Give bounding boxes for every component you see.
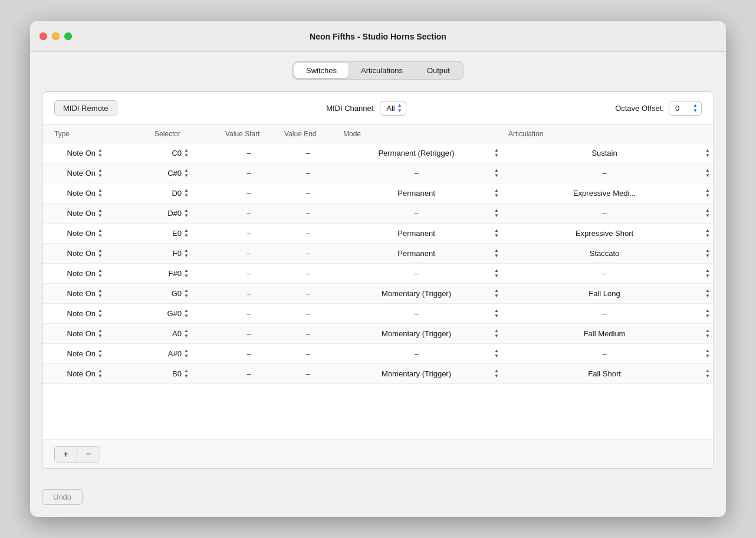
stepper-icon[interactable]: ▲▼ bbox=[494, 329, 499, 339]
stepper-icon[interactable]: ▲▼ bbox=[494, 188, 499, 198]
table-row[interactable]: Note On ▲▼ G#0 ▲▼ – – – ▲▼ – ▲▼ bbox=[42, 304, 714, 324]
octave-offset-input[interactable]: 0 ▲ ▼ bbox=[669, 101, 702, 116]
stepper-icon[interactable]: ▲▼ bbox=[98, 208, 103, 218]
table-row[interactable]: Note On ▲▼ C#0 ▲▼ – – – ▲▼ – ▲▼ bbox=[42, 163, 714, 183]
stepper-icon[interactable]: ▲▼ bbox=[705, 168, 710, 178]
tab-articulations[interactable]: Articulations bbox=[349, 63, 415, 78]
cell-value-end: – bbox=[278, 244, 337, 264]
tab-output[interactable]: Output bbox=[415, 63, 462, 78]
stepper-icon[interactable]: ▲▼ bbox=[705, 188, 710, 198]
stepper-icon[interactable]: ▲▼ bbox=[184, 168, 189, 178]
stepper-icon[interactable]: ▲▼ bbox=[705, 228, 710, 238]
col-header-articulation: Articulation bbox=[502, 125, 714, 143]
stepper-icon[interactable]: ▲▼ bbox=[494, 168, 499, 178]
stepper-icon[interactable]: ▲▼ bbox=[98, 268, 103, 278]
cell-type: Note On ▲▼ bbox=[42, 284, 149, 304]
undo-button[interactable]: Undo bbox=[42, 489, 83, 505]
cell-selector: F#0 ▲▼ bbox=[149, 264, 219, 284]
cell-value-start: – bbox=[219, 143, 278, 163]
stepper-icon[interactable]: ▲▼ bbox=[98, 168, 103, 178]
close-button[interactable] bbox=[40, 32, 47, 40]
stepper-icon[interactable]: ▲▼ bbox=[184, 228, 189, 238]
stepper-icon[interactable]: ▲▼ bbox=[705, 208, 710, 218]
cell-mode: – ▲▼ bbox=[337, 204, 502, 224]
table-row[interactable]: Note On ▲▼ D#0 ▲▼ – – – ▲▼ – ▲▼ bbox=[42, 204, 714, 224]
stepper-icon[interactable]: ▲▼ bbox=[494, 309, 499, 319]
stepper-icon[interactable]: ▲▼ bbox=[98, 188, 103, 198]
stepper-icon[interactable]: ▲▼ bbox=[98, 248, 103, 258]
stepper-icon[interactable]: ▲▼ bbox=[184, 369, 189, 379]
table-container[interactable]: Type Selector Value Start Value End Mode… bbox=[42, 125, 714, 439]
stepper-icon[interactable]: ▲▼ bbox=[184, 349, 189, 359]
stepper-icon[interactable]: ▲▼ bbox=[494, 148, 499, 158]
cell-mode: – ▲▼ bbox=[337, 304, 502, 324]
midi-channel-select[interactable]: All ▲ ▼ bbox=[380, 101, 406, 116]
stepper-icon[interactable]: ▲▼ bbox=[705, 369, 710, 379]
stepper-icon[interactable]: ▲▼ bbox=[494, 288, 499, 298]
col-header-selector: Selector bbox=[149, 125, 219, 143]
cell-mode: Momentary (Trigger) ▲▼ bbox=[337, 284, 502, 304]
table-row[interactable]: Note On ▲▼ A0 ▲▼ – – Momentary (Trigger)… bbox=[42, 324, 714, 344]
tab-switches[interactable]: Switches bbox=[294, 63, 349, 78]
stepper-icon[interactable]: ▲▼ bbox=[705, 268, 710, 278]
cell-value-start: – bbox=[219, 224, 278, 244]
stepper-icon[interactable]: ▲▼ bbox=[98, 349, 103, 359]
cell-type: Note On ▲▼ bbox=[42, 324, 149, 344]
cell-articulation: Expressive Short ▲▼ bbox=[502, 224, 714, 244]
stepper-icon[interactable]: ▲▼ bbox=[705, 309, 710, 319]
cell-value-end: – bbox=[278, 183, 337, 204]
cell-value-end: – bbox=[278, 364, 337, 384]
stepper-icon[interactable]: ▲▼ bbox=[184, 329, 189, 339]
table-row[interactable]: Note On ▲▼ F0 ▲▼ – – Permanent ▲▼ Stacca… bbox=[42, 244, 714, 264]
cell-articulation: Fall Medium ▲▼ bbox=[502, 324, 714, 344]
col-header-type: Type bbox=[42, 125, 149, 143]
stepper-icon[interactable]: ▲▼ bbox=[98, 288, 103, 298]
stepper-icon[interactable]: ▲▼ bbox=[705, 248, 710, 258]
cell-articulation: – ▲▼ bbox=[502, 344, 714, 364]
stepper-icon[interactable]: ▲▼ bbox=[98, 309, 103, 319]
table-row[interactable]: Note On ▲▼ C0 ▲▼ – – Permanent (Retrigge… bbox=[42, 143, 714, 163]
stepper-icon[interactable]: ▲▼ bbox=[98, 148, 103, 158]
stepper-icon[interactable]: ▲▼ bbox=[494, 349, 499, 359]
stepper-icon[interactable]: ▲▼ bbox=[98, 369, 103, 379]
stepper-icon[interactable]: ▲▼ bbox=[705, 349, 710, 359]
stepper-icon[interactable]: ▲▼ bbox=[98, 228, 103, 238]
cell-value-start: – bbox=[219, 264, 278, 284]
main-panel: MIDI Remote MIDI Channel: All ▲ ▼ Octave… bbox=[42, 91, 714, 469]
table-row[interactable]: Note On ▲▼ F#0 ▲▼ – – – ▲▼ – ▲▼ bbox=[42, 264, 714, 284]
stepper-icon[interactable]: ▲▼ bbox=[184, 188, 189, 198]
switches-table: Type Selector Value Start Value End Mode… bbox=[42, 125, 714, 384]
table-header-row: Type Selector Value Start Value End Mode… bbox=[42, 125, 714, 143]
stepper-icon[interactable]: ▲▼ bbox=[184, 208, 189, 218]
cell-selector: G#0 ▲▼ bbox=[149, 304, 219, 324]
stepper-icon[interactable]: ▲▼ bbox=[705, 329, 710, 339]
table-row[interactable]: Note On ▲▼ A#0 ▲▼ – – – ▲▼ – ▲▼ bbox=[42, 344, 714, 364]
stepper-icon[interactable]: ▲▼ bbox=[184, 309, 189, 319]
table-row[interactable]: Note On ▲▼ G0 ▲▼ – – Momentary (Trigger)… bbox=[42, 284, 714, 304]
add-row-button[interactable]: + bbox=[55, 447, 77, 462]
stepper-icon[interactable]: ▲▼ bbox=[184, 268, 189, 278]
table-row[interactable]: Note On ▲▼ B0 ▲▼ – – Momentary (Trigger)… bbox=[42, 364, 714, 384]
midi-remote-button[interactable]: MIDI Remote bbox=[54, 100, 117, 116]
table-row[interactable]: Note On ▲▼ E0 ▲▼ – – Permanent ▲▼ Expres… bbox=[42, 224, 714, 244]
stepper-icon[interactable]: ▲▼ bbox=[184, 148, 189, 158]
minimize-button[interactable] bbox=[52, 32, 60, 40]
stepper-icon[interactable]: ▲▼ bbox=[494, 208, 499, 218]
table-row[interactable]: Note On ▲▼ D0 ▲▼ – – Permanent ▲▼ Expres… bbox=[42, 183, 714, 204]
remove-row-button[interactable]: − bbox=[77, 447, 99, 462]
cell-value-start: – bbox=[219, 204, 278, 224]
stepper-icon[interactable]: ▲▼ bbox=[98, 329, 103, 339]
stepper-icon[interactable]: ▲▼ bbox=[184, 288, 189, 298]
stepper-icon[interactable]: ▲▼ bbox=[184, 248, 189, 258]
stepper-icon[interactable]: ▲▼ bbox=[494, 228, 499, 238]
stepper-icon[interactable]: ▲▼ bbox=[494, 268, 499, 278]
cell-selector: C#0 ▲▼ bbox=[149, 163, 219, 183]
cell-mode: Permanent ▲▼ bbox=[337, 224, 502, 244]
stepper-icon[interactable]: ▲▼ bbox=[494, 369, 499, 379]
stepper-icon[interactable]: ▲▼ bbox=[494, 248, 499, 258]
stepper-icon[interactable]: ▲▼ bbox=[705, 288, 710, 298]
cell-selector: F0 ▲▼ bbox=[149, 244, 219, 264]
maximize-button[interactable] bbox=[64, 32, 72, 40]
stepper-icon[interactable]: ▲▼ bbox=[705, 148, 710, 158]
cell-type: Note On ▲▼ bbox=[42, 183, 149, 204]
